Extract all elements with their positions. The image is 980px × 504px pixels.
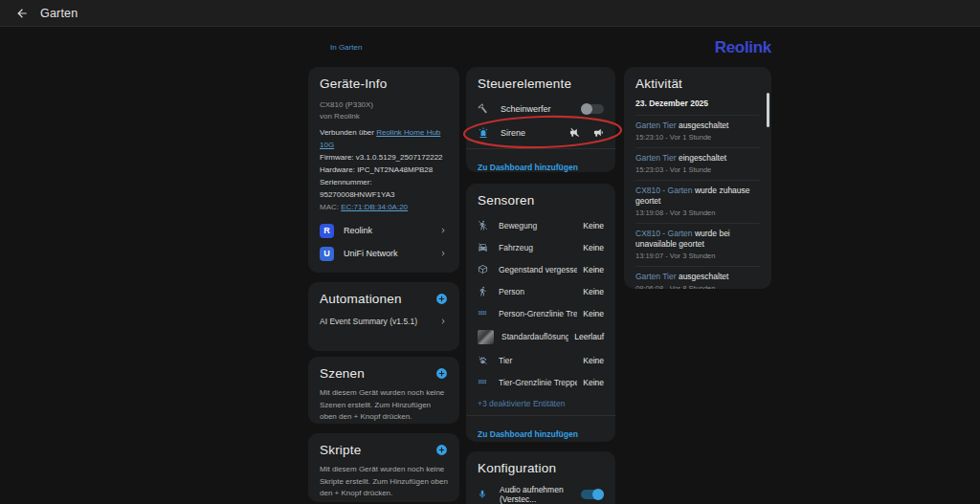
activity-card: Aktivität 23. Dezember 2025 Garten Tier … (624, 67, 771, 289)
record-audio-toggle[interactable] (581, 490, 604, 499)
back-arrow-icon[interactable] (15, 7, 29, 20)
siren-off-button[interactable] (569, 127, 580, 138)
add-script-button[interactable] (435, 444, 448, 456)
person-icon (478, 286, 488, 296)
record-audio-label: Audio aufnehmen (Verstec... (500, 485, 581, 504)
log-time: 09:06:08 - Vor 8 Stunden (635, 284, 760, 289)
spotlight-toggle[interactable] (581, 104, 604, 114)
chevron-right-icon (438, 317, 448, 326)
log-time: 15:23:10 - Vor 1 Stunde (635, 133, 760, 142)
motion-off-icon (478, 220, 488, 230)
device-manufacturer: von Reolink (320, 111, 448, 122)
log-entry: CX810 - Garten wurde bei unavailable geo… (635, 223, 760, 266)
sensors-card: Sensoren Bewegung Keine Fahrzeug Keine G… (466, 184, 615, 442)
automations-card: Automationen AI Event Summary (v1.5.1) (308, 282, 459, 351)
sensor-row[interactable]: Person Keine (478, 280, 604, 302)
chevron-right-icon (438, 226, 448, 235)
sensor-row[interactable]: Bewegung Keine (478, 214, 604, 236)
scenes-card: Szenen Mit diesem Gerät wurden noch kein… (308, 357, 459, 424)
sensor-label: Bewegung (499, 221, 577, 230)
car-off-icon (478, 242, 488, 252)
sensor-value: Keine (583, 221, 604, 230)
spotlight-row: Scheinwerfer (478, 97, 604, 121)
scripts-card: Skripte Mit diesem Gerät wurden noch kei… (308, 433, 459, 502)
chevron-right-icon (438, 249, 448, 258)
log-entity-link[interactable]: Garten Tier (635, 153, 677, 163)
sensor-row[interactable]: Standardauflösung Leerlauf (478, 324, 604, 349)
integration-name: UniFi Network (344, 249, 438, 258)
camera-thumbnail (478, 330, 494, 344)
activity-title: Aktivität (635, 77, 760, 91)
sensor-label: Fahrzeug (499, 243, 577, 252)
area-link[interactable]: In Garten (330, 43, 362, 52)
sensor-label: Tier (499, 356, 577, 365)
flashlight-icon (476, 100, 492, 117)
siren-row: Sirene (478, 121, 604, 144)
device-serial: Seriennummer: 95270008HNWF1YA3 (320, 176, 448, 201)
log-time: 13:19:08 - Vor 3 Stunden (635, 208, 760, 217)
sensor-value: Keine (583, 309, 604, 318)
sensor-row[interactable]: Person-Grenzlinie Treppe Keine (478, 302, 604, 324)
device-info-title: Geräte-Info (320, 77, 448, 91)
scenes-title: Szenen (320, 366, 365, 381)
activity-scrollbar[interactable] (767, 93, 769, 127)
reolink-logo: Reolink (624, 38, 771, 57)
app-top-bar: Garten (0, 0, 980, 27)
record-audio-row: Audio aufnehmen (Verstec... (478, 482, 604, 504)
log-action: ausgeschaltet (679, 121, 728, 130)
log-entry: CX810 - Garten wurde zuhause geortet 13:… (635, 180, 760, 223)
scenes-empty-text: Mit diesem Gerät wurden noch keine Szene… (320, 387, 448, 424)
sensor-label: Person (499, 287, 577, 296)
sensor-label: Gegenstand vergessen Rasen (499, 265, 577, 274)
sensor-row[interactable]: Gegenstand vergessen Rasen Keine (478, 258, 604, 280)
sensor-value: Keine (583, 287, 604, 296)
automations-title: Automationen (320, 292, 402, 306)
unifi-integration-icon: U (320, 247, 334, 261)
activity-date-header: 23. Dezember 2025 (635, 91, 760, 115)
log-entry: Garten Tier ausgeschaltet 15:23:10 - Vor… (635, 115, 760, 147)
scripts-title: Skripte (320, 443, 361, 457)
sensor-label: Person-Grenzlinie Treppe (499, 309, 577, 318)
sensors-title: Sensoren (478, 193, 604, 208)
sensors-add-to-dashboard-link[interactable]: Zu Dashboard hinzufügen (478, 429, 578, 439)
integration-row-unifi[interactable]: U UniFi Network (320, 242, 448, 265)
integration-row-reolink[interactable]: R Reolink (320, 219, 448, 242)
automation-name: AI Event Summary (v1.5.1) (320, 317, 438, 326)
sensor-row[interactable]: Tier Keine (478, 349, 604, 371)
log-time: 13:19:07 - Vor 3 Stunden (635, 252, 760, 260)
sensor-value: Keine (583, 356, 604, 365)
configuration-card: Konfiguration Audio aufnehmen (Verstec..… (466, 451, 615, 504)
sensor-row[interactable]: Fahrzeug Keine (478, 236, 604, 258)
sensor-value: Keine (583, 243, 604, 252)
log-time: 15:23:03 - Vor 1 Stunde (635, 165, 760, 174)
integration-name: Reolink (344, 226, 438, 235)
device-hardware: Hardware: IPC_NT2NA48MPB28 (320, 164, 448, 176)
sensor-label: Standardauflösung (501, 332, 568, 341)
siren-icon (478, 127, 489, 139)
scripts-empty-text: Mit diesem Gerät wurden noch keine Skrip… (320, 464, 448, 500)
sensor-value: Keine (583, 265, 604, 274)
sensor-value: Leerlauf (574, 332, 604, 341)
mac-link[interactable]: EC:71:DB:34:0A:20 (341, 203, 408, 211)
mac-label: MAC: (320, 203, 341, 211)
disabled-entities-link[interactable]: +3 deaktivierte Entitäten (478, 399, 604, 408)
log-entity-link[interactable]: CX810 - Garten (635, 186, 693, 195)
add-scene-button[interactable] (435, 367, 448, 380)
siren-label: Sirene (501, 128, 556, 138)
log-entity-link[interactable]: Garten Tier (635, 121, 677, 130)
package-icon (478, 264, 488, 274)
controls-add-to-dashboard-link[interactable]: Zu Dashboard hinzufügen (478, 163, 578, 172)
automation-row[interactable]: AI Event Summary (v1.5.1) (320, 311, 448, 332)
sensor-row[interactable]: Tier-Grenzlinie Treppe Keine (478, 371, 604, 393)
controls-card: Steuerelemente Scheinwerfer Sirene Zu Da… (466, 67, 615, 172)
reolink-integration-icon: R (320, 224, 334, 238)
add-automation-button[interactable] (435, 293, 448, 305)
controls-title: Steuerelemente (478, 77, 604, 91)
log-entry: Garten Tier eingeschaltet 15:23:03 - Vor… (635, 147, 760, 180)
log-entity-link[interactable]: Garten Tier (635, 272, 677, 281)
siren-on-button[interactable] (593, 127, 604, 138)
device-info-card: Geräte-Info CX810 (P330X) von Reolink Ve… (308, 67, 459, 273)
sensor-label: Tier-Grenzlinie Treppe (499, 378, 577, 387)
device-model: CX810 (P330X) (320, 99, 448, 111)
log-entity-link[interactable]: CX810 - Garten (635, 229, 693, 238)
